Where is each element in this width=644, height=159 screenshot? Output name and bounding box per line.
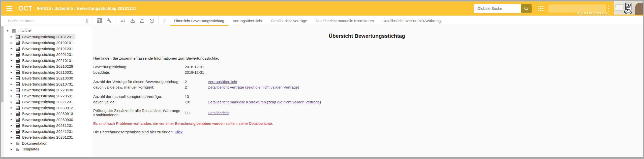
tab-detailbericht-manuelle-korrekturen[interactable]: Detailbericht manuelle Korrekturen bbox=[311, 16, 378, 26]
caret-right-icon[interactable]: ▶ bbox=[11, 65, 15, 68]
tree-scrollbar-thumb[interactable] bbox=[1, 26, 4, 102]
global-search-input[interactable] bbox=[474, 4, 521, 13]
row-label: Anzahl der Verträge für diesen Bewertung… bbox=[93, 80, 185, 84]
tree-item[interactable]: ▶ Bewertungsstichtag 20190101 bbox=[1, 40, 91, 46]
tree-scrollbar-track[interactable] bbox=[1, 26, 4, 157]
caret-right-icon[interactable]: ▶ bbox=[11, 77, 15, 80]
tree-item[interactable]: ▶ Bewertungsstichtag 20230930 bbox=[1, 117, 91, 123]
history-restore-icon[interactable] bbox=[149, 18, 155, 24]
tab-uebersicht-bewertungsstichtag[interactable]: Übersicht Bewertungsstichtag bbox=[170, 16, 228, 26]
tree-item-label: Bewertungsstichtag 20210131 bbox=[22, 58, 73, 63]
tree-item[interactable]: ▶ Bewertungsstichtag 20210228 bbox=[1, 63, 91, 69]
wrench-icon[interactable] bbox=[106, 18, 112, 24]
tree-item-label: Dokumentation bbox=[22, 141, 47, 145]
vertragsuebersicht-link[interactable]: Vertragsübersicht bbox=[208, 80, 237, 84]
kebab-menu-icon[interactable] bbox=[607, 6, 610, 12]
tree-item[interactable]: ▶ Bewertungsstichtag 20230912 bbox=[1, 105, 91, 111]
calendar-icon bbox=[16, 88, 20, 92]
caret-right-icon[interactable]: ▶ bbox=[11, 101, 15, 103]
caret-right-icon[interactable]: ▶ bbox=[11, 42, 15, 44]
building-icon bbox=[16, 147, 20, 151]
tree-item[interactable]: ▶ Bewertungsstichtag 20241231 bbox=[1, 129, 91, 135]
toolbar-separator bbox=[159, 16, 159, 26]
interest-check-group: Prüfung der Zinsätze für alle Restlaufze… bbox=[93, 108, 643, 117]
calendar-icon bbox=[16, 94, 20, 98]
tree-item-label: Bewertungsstichtag 20210331 bbox=[22, 70, 73, 74]
caret-right-icon[interactable]: ▶ bbox=[11, 136, 15, 139]
tree-item[interactable]: ▶ Bewertungsstichtag 20210131 bbox=[1, 58, 91, 64]
tree-search-input[interactable] bbox=[8, 19, 78, 23]
download-icon[interactable] bbox=[130, 18, 136, 24]
caret-right-icon[interactable]: ▶ bbox=[11, 95, 15, 97]
add-tab-icon[interactable]: + bbox=[161, 16, 168, 25]
caret-right-icon[interactable]: ▶ bbox=[11, 148, 15, 150]
tree-item[interactable]: ▶ Bewertungsstichtag 20210630 bbox=[1, 75, 91, 81]
tree-search-area: || bbox=[1, 16, 91, 26]
caret-right-icon[interactable]: ▶ bbox=[11, 142, 15, 144]
detailbericht-korrekturen-link[interactable]: Detailbericht manuelle Korrekturen (zeig… bbox=[208, 100, 321, 104]
caret-right-icon[interactable]: ▶ bbox=[11, 71, 15, 73]
caret-right-icon[interactable]: ▶ bbox=[11, 89, 15, 91]
tree-item[interactable]: ▶ Bewertungsstichtag 20220531 bbox=[1, 93, 91, 99]
caret-right-icon[interactable]: ▶ bbox=[11, 53, 15, 56]
tree-item[interactable]: ▶ Bewertungsstichtag 20230913 bbox=[1, 111, 91, 117]
caret-right-icon[interactable]: ▶ bbox=[11, 35, 15, 38]
caret-right-icon[interactable]: ▶ bbox=[11, 124, 15, 127]
calendar-icon bbox=[16, 64, 20, 68]
calendar-icon bbox=[16, 100, 20, 104]
tree-item[interactable]: ▶ Bewertungsstichtag 20201231 bbox=[1, 52, 91, 58]
tree-item[interactable]: ▶ Bewertungsstichtag 20210331 bbox=[1, 69, 91, 75]
tree-item-label: Bewertungsstichtag 20190101 bbox=[22, 41, 73, 45]
apps-grid-icon[interactable] bbox=[538, 6, 543, 11]
tree-root-ifrs16[interactable]: ▼ IFRS16 bbox=[1, 28, 91, 34]
results-text: Die Berechnungsergebnisse sind hier zu f… bbox=[93, 130, 174, 134]
tree-item[interactable]: ▶ Bewertungsstichtag 20261231 bbox=[1, 134, 91, 140]
caret-right-icon[interactable]: ▶ bbox=[11, 47, 15, 50]
info-row: Anzahl der Verträge für diesen Bewertung… bbox=[93, 79, 643, 85]
tab-detailbericht-restlaufzeit-waehrung[interactable]: Detailbericht Restlaufzeit/Währung bbox=[378, 16, 445, 26]
detailbericht-link[interactable]: Detailbericht bbox=[208, 111, 229, 115]
upload-icon[interactable] bbox=[139, 18, 145, 24]
tree-item-label: Bewertungsstichtag 20210630 bbox=[22, 76, 73, 80]
caret-right-icon[interactable]: ▶ bbox=[11, 118, 15, 121]
contract-count-group: Anzahl der Verträge für diesen Bewertung… bbox=[93, 79, 643, 90]
panel-splitter-handle[interactable]: || bbox=[86, 16, 89, 26]
tree-item[interactable]: ▶ Bewertungsstichtag 20221231 bbox=[1, 99, 91, 105]
search-button[interactable] bbox=[521, 4, 532, 13]
tree-item-label: Bewertungsstichtag 20231231 bbox=[22, 123, 73, 128]
info-row: Anzahl der manuell korrigierten Verträge… bbox=[93, 94, 643, 99]
caret-right-icon[interactable]: ▶ bbox=[11, 83, 15, 85]
caret-right-icon[interactable]: ▶ bbox=[11, 59, 15, 62]
calendar-icon bbox=[16, 106, 20, 110]
caret-down-icon[interactable]: ▼ bbox=[7, 30, 11, 32]
caret-right-icon[interactable]: ▶ bbox=[11, 112, 15, 115]
tree-item[interactable]: ▶ Bewertungsstichtag 20191231 bbox=[1, 46, 91, 52]
tree-item[interactable]: ▶ Templates bbox=[1, 146, 91, 152]
reader-mode-icon[interactable] bbox=[97, 18, 103, 24]
main-content: Übersicht Bewertungsstichtag Hier finden… bbox=[91, 26, 643, 157]
tab-detailbericht-vertraege[interactable]: Detailbericht Verträge bbox=[266, 16, 311, 26]
caret-right-icon[interactable]: ▶ bbox=[11, 106, 15, 109]
info-row: Prüfung der Zinsätze für alle Restlaufze… bbox=[93, 108, 643, 117]
global-search bbox=[474, 4, 532, 13]
intro-text: Hier finden Sie zusammenfassende Informa… bbox=[93, 56, 643, 60]
app-logo-text: OCT bbox=[18, 5, 33, 12]
navigation-tree: ▼ IFRS16 ▶ Bewertungsstichtag 20181231 bbox=[1, 26, 91, 152]
tree-item[interactable]: ▶ Bewertungsstichtag 20231231 bbox=[1, 123, 91, 129]
menu-hamburger-icon[interactable] bbox=[6, 6, 12, 11]
tree-item[interactable]: ▶ Bewertungsstichtag 20210731 bbox=[1, 81, 91, 87]
caret-right-icon[interactable]: ▶ bbox=[11, 130, 15, 133]
tree-item[interactable]: ▶ Bewertungsstichtag 20181231 bbox=[1, 34, 91, 40]
tree-item-label: Bewertungsstichtag 20191231 bbox=[22, 47, 73, 51]
detailbericht-vertraege-link[interactable]: Detailbericht Verträge (zeigt die nicht … bbox=[208, 85, 299, 89]
user-account-chip[interactable] bbox=[548, 5, 606, 13]
tree-item[interactable]: ▶ Dokumentation bbox=[1, 140, 91, 146]
toolbar-icons: + bbox=[91, 16, 170, 26]
calendar-icon bbox=[16, 35, 20, 39]
tab-vertragsuebersicht[interactable]: Vertragsübersicht bbox=[228, 16, 266, 26]
row-value: 2 bbox=[185, 85, 208, 89]
tree-item-label: Templates bbox=[22, 147, 39, 151]
tree-item[interactable]: ▶ Bewertungsstichtag 20220430 bbox=[1, 87, 91, 93]
klick-link[interactable]: Klick bbox=[175, 130, 183, 134]
sort-indent-icon[interactable] bbox=[120, 18, 126, 24]
